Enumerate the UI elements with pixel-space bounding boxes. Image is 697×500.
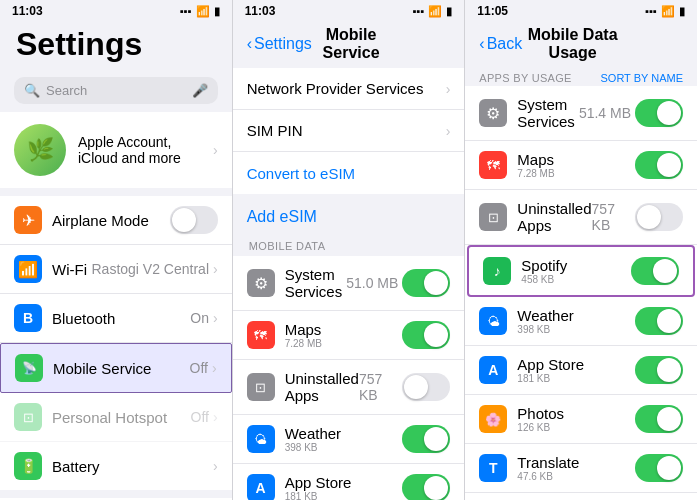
photos-row[interactable]: 🌸 Photos 126 KB [465, 395, 697, 444]
uninstalled-value: 757 KB [359, 371, 398, 403]
weather-label-p3: Weather [517, 307, 635, 324]
system-label-p3: System Services [517, 96, 579, 130]
appstore-row[interactable]: A App Store 181 KB [233, 464, 465, 500]
airplane-icon: ✈ [14, 206, 42, 234]
system-row-p3[interactable]: ⚙ System Services 51.4 MB [465, 86, 697, 141]
status-time-p2: 11:03 [245, 4, 276, 18]
battery-row[interactable]: 🔋 Battery › [0, 442, 232, 490]
apps-usage-header: APPS BY USAGE SORT BY NAME [465, 68, 697, 86]
photos-icon: 🌸 [479, 405, 507, 433]
apps-by-usage-label: APPS BY USAGE [479, 72, 571, 84]
battery-icon: ▮ [214, 5, 220, 18]
apple-account-row[interactable]: 🌿 Apple Account, iCloud and more › [0, 112, 232, 188]
network-label: Network Provider Services [247, 80, 446, 97]
music-row[interactable]: ♫ Music 31.8 KB [465, 493, 697, 500]
maps-label-p3: Maps [517, 151, 635, 168]
appstore-row-p3[interactable]: A App Store 181 KB [465, 346, 697, 395]
top-group: Network Provider Services › SIM PIN › Co… [233, 68, 465, 194]
network-chevron: › [446, 81, 451, 97]
airplane-label: Airplane Mode [52, 212, 170, 229]
maps-sub: 7.28 MB [285, 338, 403, 349]
airplane-toggle[interactable] [170, 206, 218, 234]
photos-sub: 126 KB [517, 422, 635, 433]
nav-bar-p2: ‹ Settings Mobile Service [233, 22, 465, 68]
avatar: 🌿 [14, 124, 66, 176]
wifi-label: Wi-Fi [52, 261, 91, 278]
translate-sub: 47.6 KB [517, 471, 635, 482]
system-toggle[interactable] [402, 269, 450, 297]
system-toggle-p3[interactable] [635, 99, 683, 127]
search-bar[interactable]: 🔍 Search 🎤 [14, 77, 218, 104]
appstore-toggle[interactable] [402, 474, 450, 500]
battery-icon-p3: ▮ [679, 5, 685, 18]
page-title: Settings [0, 22, 232, 71]
uninstalled-row[interactable]: ⊡ Uninstalled Apps 757 KB [233, 360, 465, 415]
spotify-toggle[interactable] [631, 257, 679, 285]
wifi-row[interactable]: 📶 Wi-Fi Rastogi V2 Central › [0, 245, 232, 294]
translate-label: Translate [517, 454, 635, 471]
uninstalled-val-p3: 757 KB [592, 201, 631, 233]
uninstalled-icon-p3: ⊡ [479, 203, 507, 231]
maps-toggle[interactable] [402, 321, 450, 349]
maps-row-p3[interactable]: 🗺 Maps 7.28 MB [465, 141, 697, 190]
status-time-p3: 11:05 [477, 4, 508, 18]
uninstalled-row-p3[interactable]: ⊡ Uninstalled Apps 757 KB [465, 190, 697, 245]
hotspot-value: Off [191, 409, 209, 425]
weather-row[interactable]: 🌤 Weather 398 KB [233, 415, 465, 464]
weather-row-p3[interactable]: 🌤 Weather 398 KB [465, 297, 697, 346]
maps-row[interactable]: 🗺 Maps 7.28 MB [233, 311, 465, 360]
status-bar-panel2: 11:03 ▪▪▪ 📶 ▮ [233, 0, 465, 22]
system-icon: ⚙ [247, 269, 275, 297]
appstore-sub: 181 KB [285, 491, 403, 500]
mobile-service-row[interactable]: 📡 Mobile Service Off › [0, 343, 232, 393]
wifi-icon-p2: 📶 [428, 5, 442, 18]
mobile-data-group: ⚙ System Services 51.0 MB 🗺 Maps 7.28 MB… [233, 256, 465, 500]
apple-account-text: Apple Account, iCloud and more [78, 134, 213, 166]
weather-toggle[interactable] [402, 425, 450, 453]
wifi-icon-p3: 📶 [661, 5, 675, 18]
network-provider-row[interactable]: Network Provider Services › [233, 68, 465, 110]
photos-toggle[interactable] [635, 405, 683, 433]
system-services-row[interactable]: ⚙ System Services 51.0 MB [233, 256, 465, 311]
sort-by-name-link[interactable]: SORT BY NAME [600, 72, 683, 84]
search-placeholder: Search [46, 83, 87, 98]
sim-pin-row[interactable]: SIM PIN › [233, 110, 465, 152]
convert-label: Convert to eSIM [247, 165, 451, 182]
mobile-value: Off [190, 360, 208, 376]
system-val-p3: 51.4 MB [579, 105, 631, 121]
search-icon: 🔍 [24, 83, 40, 98]
status-bar-panel1: 11:03 ▪▪▪ 📶 ▮ [0, 0, 232, 22]
status-bar-panel3: 11:05 ▪▪▪ 📶 ▮ [465, 0, 697, 22]
uninstalled-toggle-p3[interactable] [635, 203, 683, 231]
hotspot-row: ⊡ Personal Hotspot Off › [0, 393, 232, 442]
airplane-mode-row[interactable]: ✈ Airplane Mode [0, 196, 232, 245]
bluetooth-row[interactable]: B Bluetooth On › [0, 294, 232, 343]
translate-row[interactable]: T Translate 47.6 KB [465, 444, 697, 493]
appstore-toggle-p3[interactable] [635, 356, 683, 384]
back-chevron: ‹ [247, 35, 252, 53]
translate-toggle[interactable] [635, 454, 683, 482]
convert-esim-row[interactable]: Convert to eSIM [233, 152, 465, 194]
back-button[interactable]: ‹ Settings [247, 35, 312, 53]
mobile-label: Mobile Service [53, 360, 190, 377]
avatar-icon: 🌿 [27, 137, 54, 163]
battery-icon-row: 🔋 [14, 452, 42, 480]
wifi-chevron: › [213, 261, 218, 277]
weather-icon: 🌤 [247, 425, 275, 453]
appstore-icon-p3: A [479, 356, 507, 384]
weather-toggle-p3[interactable] [635, 307, 683, 335]
appstore-icon: A [247, 474, 275, 500]
uninstalled-toggle[interactable] [402, 373, 450, 401]
bluetooth-chevron: › [213, 310, 218, 326]
hotspot-chevron: › [213, 409, 218, 425]
panel2-title: Mobile Service [312, 26, 391, 62]
maps-toggle-p3[interactable] [635, 151, 683, 179]
status-icons-p2: ▪▪▪ 📶 ▮ [413, 5, 453, 18]
weather-label: Weather [285, 425, 403, 442]
add-esim-button[interactable]: Add eSIM [247, 208, 317, 225]
back-button-p3[interactable]: ‹ Back [479, 35, 522, 53]
mobile-data-header: MOBILE DATA [233, 234, 465, 256]
spotify-row[interactable]: ♪ Spotify 458 KB [467, 245, 695, 297]
maps-label: Maps [285, 321, 403, 338]
photos-label: Photos [517, 405, 635, 422]
